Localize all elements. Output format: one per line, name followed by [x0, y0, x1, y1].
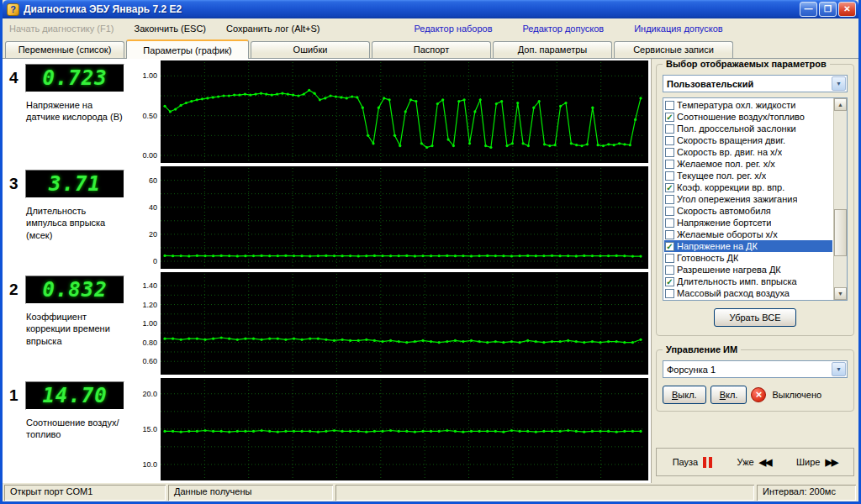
svg-text:10.0: 10.0	[142, 460, 157, 469]
param-listbox: Температура охл. жидкости✓Соотношение во…	[663, 97, 848, 301]
tab-passport[interactable]: Паспорт	[372, 41, 491, 58]
param-item[interactable]: Текущее пол. рег. х/х	[664, 170, 832, 181]
svg-text:1.20: 1.20	[142, 301, 157, 309]
channel-label: Длительность импульса впрыска (мсек)	[26, 205, 127, 241]
param-item[interactable]: Желаемое пол. рег. х/х	[664, 158, 832, 170]
narrower-button[interactable]: Уже ◀◀	[737, 457, 772, 468]
minimize-button[interactable]: —	[800, 2, 817, 17]
checkbox-icon[interactable]	[665, 148, 674, 157]
param-select-group: Выбор отображаемых параметров Пользовате…	[656, 64, 854, 336]
channel-label: Коэффициент коррекции времени впрыска	[26, 311, 127, 347]
checkbox-icon[interactable]	[665, 101, 674, 110]
checkbox-icon[interactable]	[665, 230, 674, 239]
status-off-icon: ×	[751, 387, 766, 402]
checkbox-icon[interactable]	[665, 171, 674, 181]
checkbox-icon[interactable]	[665, 124, 674, 134]
scroll-thumb[interactable]	[834, 209, 847, 256]
channel-value-display: 0.832	[25, 276, 124, 304]
svg-text:20.0: 20.0	[142, 390, 157, 398]
checkbox-icon[interactable]	[665, 218, 674, 228]
param-item-label: Напряжение на ДК	[677, 241, 758, 251]
save-log-button[interactable]: Сохранить лог (Alt+S)	[226, 24, 320, 34]
svg-text:15.0: 15.0	[142, 425, 157, 433]
tab-service-records[interactable]: Сервисные записи	[614, 41, 733, 58]
dropdown-arrow-icon[interactable]: ▼	[832, 76, 846, 91]
svg-text:0.00: 0.00	[142, 151, 157, 160]
channel-number: 1	[9, 386, 18, 405]
window-title: Диагностика ЭБУ Январь 7.2 E2	[24, 3, 800, 15]
param-item[interactable]: ✓Длительность имп. впрыска	[664, 276, 832, 287]
chart-injection-pulse: 6040200	[130, 166, 648, 269]
checkbox-icon[interactable]	[665, 289, 674, 298]
param-item[interactable]: Скорость вр. двиг. на х/х	[664, 146, 832, 158]
charts-area: 4 0.723 Напряжение на датчике кислорода …	[3, 59, 652, 483]
channel-info: 1 14.70 Соотношение воздух/топливо	[3, 376, 130, 482]
param-list-scrollbar[interactable]: ▲ ▼	[833, 98, 847, 300]
param-item[interactable]: ✓Соотношение воздух/топливо	[664, 111, 832, 123]
checkbox-icon[interactable]: ✓	[665, 242, 674, 251]
checkbox-icon[interactable]	[665, 265, 674, 275]
param-item-label: Скорость вращения двиг.	[677, 135, 785, 145]
chart-row-correction: 2 0.832 Коэффициент коррекции времени вп…	[3, 270, 651, 376]
param-item[interactable]: Скорость вращения двиг.	[664, 134, 832, 146]
checkbox-icon[interactable]: ✓	[665, 183, 674, 192]
checkbox-icon[interactable]	[665, 136, 674, 145]
app-icon: ?	[7, 3, 19, 16]
channel-value-display: 3.71	[25, 170, 124, 198]
checkbox-icon[interactable]	[665, 254, 674, 263]
preset-combobox[interactable]: Пользовательский ▼	[663, 75, 848, 92]
channel-label: Напряжение на датчике кислорода (В)	[26, 99, 127, 123]
app-window: ? Диагностика ЭБУ Январь 7.2 E2 — ❐ ✕ На…	[0, 0, 861, 504]
param-item[interactable]: ✓Коэф. коррекции вр. впр.	[664, 181, 832, 193]
toolbar: Начать диагностику (F1) Закончить (ESC) …	[3, 18, 858, 39]
chart-row-airfuel: 1 14.70 Соотношение воздух/топливо 20.01…	[3, 376, 651, 482]
param-item[interactable]: ✓Напряжение на ДК	[664, 240, 832, 252]
dropdown-arrow-icon[interactable]: ▼	[832, 362, 846, 376]
tab-parameters-graph[interactable]: Параметры (график)	[126, 39, 249, 59]
tolerance-indication-link[interactable]: Индикация допусков	[634, 24, 722, 34]
start-diagnostics-button[interactable]: Начать диагностику (F1)	[9, 24, 114, 34]
tab-variables-list[interactable]: Переменные (список)	[5, 41, 124, 58]
actuator-buttons-row: Выкл. Вкл. × Выключено	[663, 386, 848, 404]
checkbox-icon[interactable]	[665, 160, 674, 169]
param-item[interactable]: Угол опережения зажигания	[664, 193, 832, 205]
param-item[interactable]: Разрешение нагрева ДК	[664, 264, 832, 276]
close-button[interactable]: ✕	[838, 2, 856, 17]
checkbox-icon[interactable]	[665, 195, 674, 204]
actuator-on-button[interactable]: Вкл.	[710, 386, 747, 404]
tab-extra-parameters[interactable]: Доп. параметры	[493, 41, 612, 58]
actuator-off-button[interactable]: Выкл.	[663, 386, 706, 404]
param-item[interactable]: Желаемые обороты х/х	[664, 228, 832, 240]
chart-row-injection: 3 3.71 Длительность импульса впрыска (мс…	[3, 165, 651, 270]
actuator-combobox[interactable]: Форсунка 1 ▼	[663, 360, 848, 378]
param-item[interactable]: Температура охл. жидкости	[664, 99, 832, 111]
status-bar: Открыт порт COM1 Данные получены Интерва…	[3, 483, 858, 501]
param-item[interactable]: Массовый расход воздуха	[664, 287, 832, 299]
stop-diagnostics-button[interactable]: Закончить (ESC)	[134, 24, 206, 34]
svg-text:1.40: 1.40	[142, 281, 157, 290]
maximize-button[interactable]: ❐	[819, 2, 837, 17]
scroll-up-icon[interactable]: ▲	[834, 98, 847, 111]
channel-info: 2 0.832 Коэффициент коррекции времени вп…	[3, 270, 130, 376]
checkbox-icon[interactable]: ✓	[665, 113, 674, 122]
param-item[interactable]: Скорость автомобиля	[664, 205, 832, 217]
wider-icon: ▶▶	[825, 457, 837, 468]
editor-sets-link[interactable]: Редактор наборов	[414, 24, 492, 34]
param-item-label: Желаемые обороты х/х	[677, 229, 778, 239]
channel-label: Соотношение воздух/топливо	[26, 417, 127, 441]
actuator-group-title: Управление ИМ	[663, 344, 741, 354]
tab-errors[interactable]: Ошибки	[251, 41, 370, 58]
param-item[interactable]: Напряжение бортсети	[664, 217, 832, 228]
status-data: Данные получены	[168, 485, 333, 501]
clear-all-button[interactable]: Убрать ВСЕ	[714, 308, 796, 327]
scroll-down-icon[interactable]: ▼	[834, 287, 847, 300]
checkbox-icon[interactable]	[665, 207, 674, 216]
wider-button[interactable]: Шире ▶▶	[796, 457, 837, 468]
status-port: Открыт порт COM1	[4, 485, 166, 501]
checkbox-icon[interactable]: ✓	[665, 277, 674, 286]
param-item[interactable]: Готовность ДК	[664, 252, 832, 264]
editor-tolerances-link[interactable]: Редактор допусков	[523, 24, 605, 34]
param-item[interactable]: Пол. дроссельной заслонки	[664, 123, 832, 134]
pause-button[interactable]: Пауза	[673, 457, 713, 468]
channel-value-display: 0.723	[25, 64, 124, 92]
